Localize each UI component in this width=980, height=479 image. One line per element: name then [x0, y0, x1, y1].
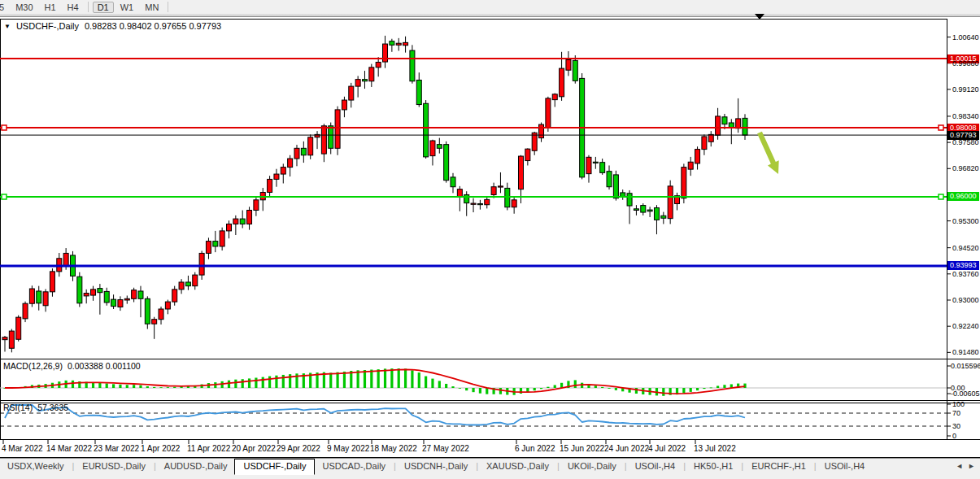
candle-body: [437, 145, 442, 149]
macd-histogram-bar: [377, 369, 380, 388]
date-axis-label: 20 Apr 2022: [232, 444, 276, 453]
candle-body: [91, 290, 96, 295]
macd-histogram-bar: [425, 377, 427, 388]
candle-body: [220, 231, 224, 246]
candle-body: [641, 206, 646, 212]
tab-usoil-h4[interactable]: USOil-,H4: [628, 459, 683, 473]
macd-label: MACD(12,26,9): [3, 361, 63, 371]
candle-body: [525, 149, 530, 160]
line-handle[interactable]: [939, 194, 943, 199]
chart-title: ▼ USDCHF-,Daily 0.98283 0.98402 0.97655 …: [4, 21, 221, 31]
macd-signal-line: [5, 369, 745, 394]
macd-histogram-bar: [112, 384, 115, 388]
macd-histogram-bar: [615, 388, 617, 390]
candle-body: [647, 210, 652, 211]
candle-body: [613, 175, 618, 198]
candle-body: [560, 68, 564, 97]
candle-body: [2, 337, 7, 340]
tab-usdchf-daily[interactable]: USDCHF-,Daily: [234, 459, 315, 475]
candle-body: [396, 43, 401, 45]
price-axis-label: 0.98340: [952, 112, 979, 120]
price-level-badge: 0.96000: [947, 192, 979, 201]
rsi-line: [5, 405, 745, 425]
sell-arrow-annotation[interactable]: [757, 132, 779, 174]
tab-usdcnh-daily[interactable]: USDCNH-,Daily: [397, 459, 475, 473]
tab-scroll-left-icon[interactable]: ◄: [956, 462, 963, 470]
macd-histogram-bar: [601, 387, 603, 388]
candle-body: [247, 211, 252, 224]
macd-histogram-bar: [159, 387, 162, 388]
macd-histogram-bar: [534, 388, 536, 390]
tab-eurusd-daily[interactable]: EURUSD-,Daily: [75, 459, 153, 473]
candle-body: [37, 291, 41, 303]
chart-ohlc-values: 0.98283 0.98402 0.97655 0.97793: [85, 21, 221, 31]
macd-histogram-bar: [411, 370, 413, 388]
candle-body: [254, 200, 259, 211]
macd-histogram-bar: [390, 368, 393, 388]
date-axis-label: 29 Apr 2022: [277, 444, 320, 453]
tab-ukoil-daily[interactable]: UKOil-,Daily: [560, 459, 624, 473]
candle-body: [104, 291, 109, 303]
candle-body: [416, 80, 421, 104]
candle-body: [288, 159, 293, 168]
candle-body: [321, 126, 326, 154]
candle-body: [593, 162, 598, 163]
macd-histogram-bar: [479, 388, 481, 394]
macd-histogram-bar: [696, 388, 699, 390]
line-handle[interactable]: [2, 194, 7, 199]
price-chart-canvas[interactable]: [0, 0, 980, 479]
macd-histogram-bar: [723, 385, 725, 388]
price-axis-label: 1.00640: [952, 33, 979, 41]
candle-body: [722, 117, 727, 124]
tab-hk50-h1[interactable]: HK50-,H1: [686, 459, 740, 473]
candle-body: [430, 141, 435, 156]
candle-body: [199, 253, 204, 275]
candle-body: [668, 186, 673, 219]
macd-histogram-bar: [133, 385, 135, 388]
candle-body: [586, 157, 591, 173]
candle-body: [491, 187, 496, 195]
candle-body: [716, 116, 721, 135]
macd-axis-label: 0.015596: [951, 362, 980, 370]
candle-body: [702, 137, 707, 150]
symbol-dropdown-icon[interactable]: ▼: [4, 24, 11, 30]
macd-histogram-bar: [743, 384, 746, 388]
macd-histogram-bar: [255, 378, 257, 388]
macd-histogram-bar: [153, 387, 155, 388]
macd-values: 0.003388 0.001100: [68, 361, 141, 371]
date-axis-label: 9 May 2022: [327, 444, 369, 453]
candle-body: [477, 203, 482, 204]
rsi-axis-label: 100: [952, 400, 965, 408]
candle-body: [376, 62, 381, 67]
rsi-value: 57.3635: [37, 403, 68, 412]
price-axis-label: 0.99120: [952, 85, 979, 94]
candle-body: [281, 168, 285, 174]
candle-body: [688, 162, 693, 169]
date-axis-label: 13 Jul 2022: [694, 444, 736, 453]
tab-usdcad-daily[interactable]: USDCAD-,Daily: [315, 459, 393, 473]
macd-histogram-bar: [398, 368, 400, 388]
candle-body: [573, 60, 577, 81]
macd-histogram-bar: [119, 385, 121, 388]
candle-body: [505, 188, 510, 207]
macd-histogram-bar: [167, 387, 169, 388]
candle-body: [63, 253, 68, 265]
date-axis-label: 27 May 2022: [422, 444, 469, 453]
macd-histogram-bar: [554, 385, 556, 388]
candle-body: [457, 189, 462, 197]
tab-eurchf-h1[interactable]: EURCHF-,H1: [744, 459, 813, 473]
macd-histogram-bar: [262, 377, 264, 388]
tab-audusd-daily[interactable]: AUDUSD-,Daily: [157, 459, 235, 473]
candle-body: [335, 110, 340, 148]
macd-histogram-bar: [370, 369, 372, 388]
date-axis-label: 23 Mar 2022: [94, 444, 139, 453]
macd-histogram-bar: [465, 388, 468, 390]
tab-scroll-right-icon[interactable]: ►: [968, 462, 975, 470]
tab-usoil-h4[interactable]: USOil-,H4: [817, 459, 873, 473]
line-handle[interactable]: [939, 125, 943, 130]
line-handle[interactable]: [2, 125, 7, 130]
tab-xauusd-daily[interactable]: XAUUSD-,Daily: [479, 459, 556, 473]
candle-body: [634, 209, 638, 211]
candle-body: [172, 290, 177, 302]
tab-usdx-weekly[interactable]: USDX,Weekly: [0, 459, 71, 473]
